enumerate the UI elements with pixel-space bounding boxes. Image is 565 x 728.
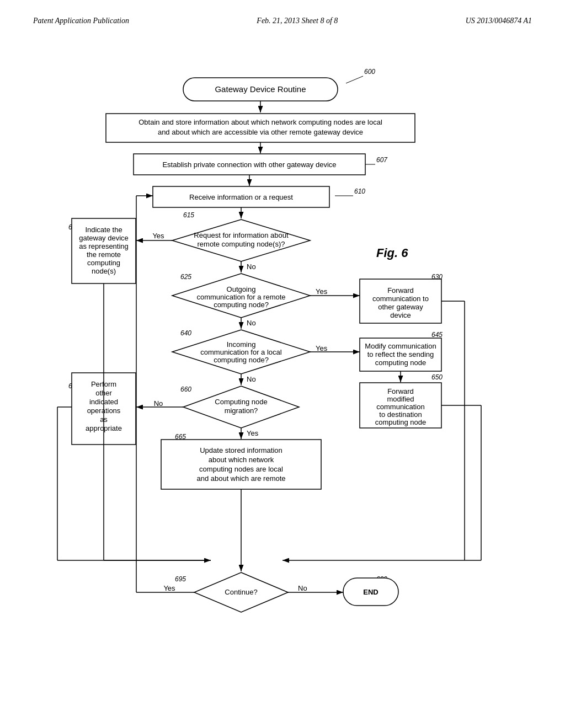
header-publication: Patent Application Publication [33, 17, 129, 25]
end-label: END [363, 588, 378, 596]
box-650-text5: computing node [375, 418, 427, 426]
box-665-text4: and about which are remote [196, 474, 285, 483]
box-630-text3: other gateway [378, 303, 423, 311]
box-650-text3: communication [376, 403, 424, 411]
box-645-text1: Modify communication [365, 342, 436, 350]
label-no-640: No [247, 375, 256, 383]
label-yes-695: Yes [163, 584, 175, 592]
box-665-text1: Update stored information [200, 446, 282, 454]
box-620-text6: node(s) [92, 267, 116, 275]
diamond-640-text3: computing node? [214, 356, 269, 364]
ref-600: 600 [364, 68, 375, 76]
page-header: Patent Application Publication Feb. 21, … [22, 11, 543, 36]
label-yes-625: Yes [316, 287, 328, 296]
label-no-625: No [247, 319, 256, 327]
diagram-container: 600 Gateway Device Routine 605 Obtain an… [22, 42, 543, 676]
fig-label: Fig. 6 [376, 246, 408, 260]
box-665-text3: computing nodes are local [199, 465, 283, 473]
diamond-615-text2: remote computing node(s)? [198, 240, 285, 248]
box-620-text3: as representing [79, 242, 129, 250]
box-650-text1: Forward [387, 387, 414, 395]
ref-695: 695 [175, 575, 186, 583]
box-645-text3: computing node [375, 358, 427, 367]
box-630-text1: Forward [387, 286, 414, 295]
start-label: Gateway Device Routine [215, 84, 306, 94]
label-yes-660: Yes [247, 429, 259, 437]
diamond-615-text1: Request for information about [194, 231, 289, 239]
box-650-text2: modified [387, 395, 414, 403]
label-yes-640: Yes [316, 344, 328, 352]
ref-607: 607 [376, 156, 388, 164]
diamond-695-text: Continue? [225, 588, 257, 596]
box-607-text: Establish private connection with other … [162, 160, 336, 169]
box-620-text1: Indicate the [85, 226, 122, 234]
ref-645: 645 [431, 331, 443, 339]
ref-640: 640 [180, 329, 191, 337]
diamond-625-text1: Outgoing [227, 285, 256, 293]
diamond-660-text2: migration? [225, 406, 258, 415]
box-620-text2: gateway device [79, 234, 129, 242]
ref-610: 610 [354, 188, 365, 195]
box-610-text: Receive information or a request [189, 193, 293, 201]
box-645-text2: to reflect the sending [367, 350, 434, 358]
flowchart-svg: 600 Gateway Device Routine 605 Obtain an… [22, 42, 543, 676]
diamond-625-text2: communication for a remote [196, 293, 285, 301]
box-605-text2: and about which are accessible via other… [158, 128, 363, 136]
diamond-660-text1: Computing node [215, 398, 267, 406]
box-665-text2: about which network [209, 456, 274, 464]
box-630-text2: communication to [372, 295, 429, 303]
diamond-640-text2: communication for a local [200, 348, 282, 356]
ref-615: 615 [183, 211, 194, 219]
label-no-695: No [298, 584, 307, 592]
page: Patent Application Publication Feb. 21, … [0, 0, 565, 728]
box-620-text4: the remote [87, 250, 121, 259]
label-yes-615: Yes [152, 232, 164, 240]
label-no-615: No [247, 263, 256, 271]
box-605-text1: Obtain and store information about which… [138, 118, 382, 126]
ref-625: 625 [180, 273, 191, 281]
box-620-text5: computing [87, 259, 120, 267]
ref-650: 650 [431, 373, 443, 381]
box-630-text4: device [390, 311, 411, 319]
header-patent-num: US 2013/0046874 A1 [466, 17, 532, 25]
svg-line-2 [346, 76, 363, 83]
label-no-660: No [154, 399, 163, 408]
diamond-625-text3: computing node? [214, 301, 269, 309]
header-date-sheet: Feb. 21, 2013 Sheet 8 of 8 [257, 17, 338, 25]
diamond-640-text1: Incoming [227, 340, 256, 349]
ref-660: 660 [180, 386, 191, 393]
box-650-text4: to destination [379, 410, 422, 419]
